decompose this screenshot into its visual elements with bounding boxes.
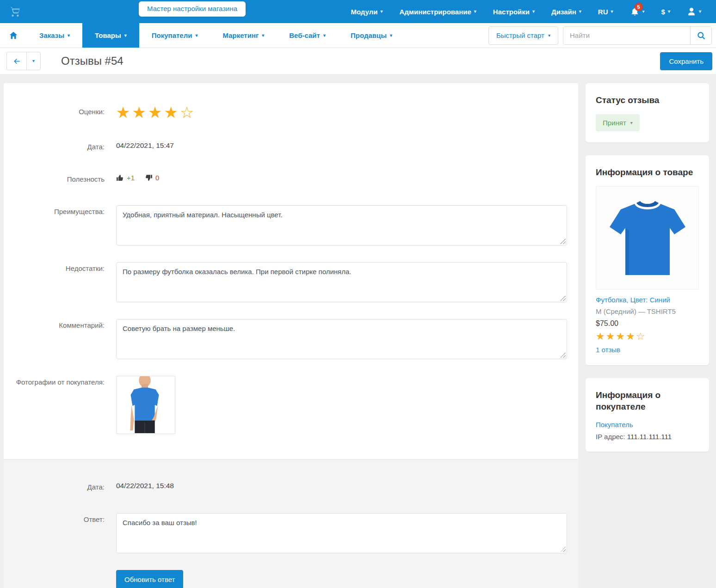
nav-products-label: Товары <box>95 31 121 39</box>
user-icon <box>687 7 696 16</box>
home-icon <box>8 31 19 41</box>
main-nav: Заказы ▾ Товары ▾ Покупатели ▾ Маркетинг… <box>0 23 716 48</box>
chevron-down-icon: ▾ <box>262 33 264 38</box>
rating-label: Оценки: <box>4 105 105 116</box>
nav-products[interactable]: Товары ▾ <box>82 23 139 48</box>
product-info-card: Информация о товаре Футболка, Цвет: Сини… <box>586 155 709 365</box>
product-price: $75.00 <box>596 319 699 328</box>
usefulness-values: +1 0 <box>116 173 567 182</box>
chevron-down-icon: ▾ <box>532 9 535 14</box>
reply-answer-row: Ответ: Спасибо за ваш отзыв! <box>4 513 578 553</box>
menu-addons-label: Модули <box>351 8 377 16</box>
nav-customers-label: Покупатели <box>152 31 192 39</box>
chevron-down-icon: ▾ <box>630 121 633 125</box>
comment-row: Комментарий: Советую брать на размер мен… <box>4 319 578 359</box>
product-image[interactable] <box>596 186 699 289</box>
review-status-dropdown[interactable]: Принят ▾ <box>596 114 640 131</box>
search-box <box>563 26 712 45</box>
language-label: RU <box>598 8 608 16</box>
update-reply-button[interactable]: Обновить ответ <box>116 570 183 588</box>
chevron-down-icon: ▾ <box>642 9 645 14</box>
nav-right-tools: Быстрый старт ▾ <box>488 23 716 48</box>
menu-addons[interactable]: Модули ▾ <box>351 8 383 16</box>
chevron-down-icon: ▾ <box>124 33 127 38</box>
search-button[interactable] <box>690 27 711 44</box>
comment-textarea[interactable]: Советую брать на размер меньше. <box>116 319 567 359</box>
menu-design[interactable]: Дизайн ▾ <box>551 8 581 16</box>
nav-orders-label: Заказы <box>39 31 64 39</box>
nav-customers[interactable]: Покупатели ▾ <box>139 23 210 48</box>
product-name-link[interactable]: Футболка, Цвет: Синий <box>596 296 670 304</box>
currency-selector[interactable]: $ ▾ <box>661 8 670 16</box>
customer-ip: IP адрес: 111.11.111.111 <box>596 433 699 441</box>
quick-start-button[interactable]: Быстрый старт ▾ <box>488 26 558 45</box>
comment-label: Комментарий: <box>4 319 105 330</box>
product-variant: M (Средний) — TSHIRT5 <box>596 307 699 315</box>
menu-administration[interactable]: Администрирование ▾ <box>399 8 476 16</box>
customer-info-card: Информация о покупателе Покупатель IP ад… <box>586 378 709 452</box>
product-reviews-link[interactable]: 1 отзыв <box>596 346 620 354</box>
nav-orders[interactable]: Заказы ▾ <box>27 23 82 48</box>
customer-info-title: Информация о покупателе <box>596 389 699 412</box>
quick-start-label: Быстрый старт <box>496 31 544 39</box>
thumbs-up-count: +1 <box>116 174 135 182</box>
account-menu[interactable]: ▾ <box>687 7 701 16</box>
star-empty-icon: ☆ <box>636 331 646 342</box>
product-rating-stars: ★★★★☆ <box>596 331 699 342</box>
reply-answer-label: Ответ: <box>4 513 105 524</box>
ip-value: 111.11.111.111 <box>627 433 672 441</box>
chevron-down-icon: ▾ <box>474 9 476 14</box>
ip-label: IP адрес: <box>596 433 625 441</box>
menu-settings-label: Настройки <box>493 8 530 16</box>
menu-settings[interactable]: Настройки ▾ <box>493 8 535 16</box>
language-selector[interactable]: RU ▾ <box>598 8 613 16</box>
nav-vendors[interactable]: Продавцы ▾ <box>338 23 405 48</box>
usefulness-label: Полезность <box>4 173 105 184</box>
date-row: Дата: 04/22/2021, 15:47 <box>4 141 578 152</box>
nav-marketing[interactable]: Маркетинг ▾ <box>210 23 277 48</box>
notifications-button[interactable]: 5 ▾ <box>630 7 645 17</box>
reply-panel: Дата: 04/22/2021, 15:48 Ответ: Спасибо з… <box>4 460 578 588</box>
home-button[interactable] <box>0 23 27 48</box>
star-filled-icon: ★ <box>164 104 179 121</box>
customer-photo-thumbnail[interactable] <box>116 376 175 434</box>
back-dropdown-button[interactable]: ▾ <box>26 52 40 70</box>
customer-link[interactable]: Покупатель <box>596 421 633 429</box>
nav-website-label: Веб-сайт <box>289 31 320 39</box>
thumbs-down-value: 0 <box>155 174 159 182</box>
chevron-down-icon: ▾ <box>195 33 198 38</box>
storefront-cart-icon[interactable] <box>8 5 22 18</box>
product-info-title: Информация о товаре <box>596 166 699 178</box>
rating-stars[interactable]: ★★★★☆ <box>116 105 567 119</box>
chevron-down-icon: ▾ <box>68 33 70 38</box>
review-status-title: Статус отзыва <box>596 94 699 106</box>
advantages-textarea[interactable]: Удобная, приятный материал. Насыщенный ц… <box>116 205 567 245</box>
top-bar: Мастер настройки магазина Модули ▾ Админ… <box>0 0 716 23</box>
date-value: 04/22/2021, 15:47 <box>116 141 567 150</box>
star-filled-icon: ★ <box>148 104 164 121</box>
sidebar: Статус отзыва Принят ▾ Информация о това… <box>586 83 709 465</box>
star-filled-icon: ★ <box>116 104 132 121</box>
notification-badge: 5 <box>635 3 643 11</box>
reply-textarea[interactable]: Спасибо за ваш отзыв! <box>116 513 567 553</box>
chevron-down-icon: ▾ <box>611 9 613 14</box>
back-button[interactable] <box>7 52 26 70</box>
save-button[interactable]: Сохранить <box>660 52 712 70</box>
chevron-down-icon: ▾ <box>668 9 670 14</box>
star-filled-icon: ★ <box>626 331 636 342</box>
nav-website[interactable]: Веб-сайт ▾ <box>277 23 338 48</box>
page-title: Отзывы #54 <box>61 55 123 67</box>
thumbs-up-icon <box>116 174 124 182</box>
disadvantages-label: Недостатки: <box>4 262 105 273</box>
store-setup-wizard-button[interactable]: Мастер настройки магазина <box>139 1 246 17</box>
review-status-card: Статус отзыва Принят ▾ <box>586 83 709 142</box>
disadvantages-textarea[interactable]: По размеру футболка оказалась велика. Пр… <box>116 262 567 302</box>
thumbs-down-icon <box>145 174 153 182</box>
search-input[interactable] <box>563 27 690 44</box>
search-icon <box>697 31 706 40</box>
disadvantages-row: Недостатки: По размеру футболка оказалас… <box>4 262 578 302</box>
topbar-menu: Модули ▾ Администрирование ▾ Настройки ▾… <box>351 7 708 17</box>
tshirt-image <box>601 192 694 284</box>
star-empty-icon: ☆ <box>180 104 196 121</box>
star-filled-icon: ★ <box>596 331 606 342</box>
